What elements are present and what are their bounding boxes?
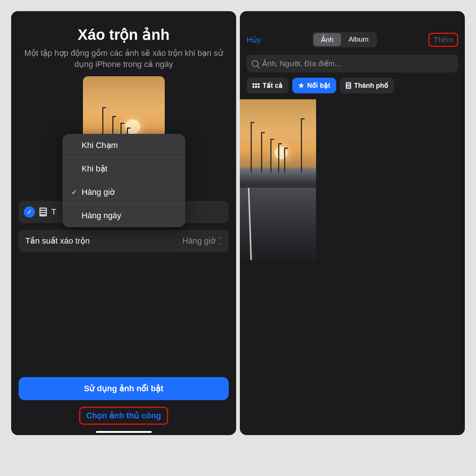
shuffle-frequency-row[interactable]: Tần suất xáo trộn Hàng giờ ⌃⌄ (19, 230, 229, 252)
star-icon: ★ (298, 81, 304, 90)
shuffle-frequency-popover: Khi Chạm Khi bật ✓ Hàng giờ Hàng ngày (62, 134, 185, 227)
chip-label: Thành phố (354, 81, 388, 90)
photo-thumbnail[interactable] (240, 99, 316, 260)
segmented-control: Ảnh Album (312, 32, 377, 47)
selected-check-icon: ✓ (24, 206, 35, 218)
building-icon (39, 208, 47, 216)
preview-wrap: Khi Chạm Khi bật ✓ Hàng giờ Hàng ngày (19, 76, 229, 190)
chip-featured[interactable]: ★ Nổi bật (292, 78, 336, 93)
cancel-button[interactable]: Hủy (247, 35, 261, 44)
grid-icon (253, 83, 260, 88)
phone-right: Hủy Ảnh Album Thêm Ảnh, Người, Địa điểm.… (240, 11, 465, 435)
chip-all[interactable]: Tất cả (247, 78, 289, 93)
chip-label: Nổi bật (307, 81, 330, 90)
segment-albums[interactable]: Album (341, 33, 376, 46)
filter-chips: Tất cả ★ Nổi bật Thành phố (240, 78, 465, 99)
popover-item-daily[interactable]: Hàng ngày (62, 204, 185, 227)
popover-item-label: Hàng ngày (82, 211, 121, 221)
home-indicator (96, 431, 152, 433)
search-icon (252, 60, 258, 67)
popover-item-hourly[interactable]: ✓ Hàng giờ (62, 181, 185, 204)
popover-item-on-tap[interactable]: Khi Chạm (62, 134, 185, 157)
search-placeholder: Ảnh, Người, Địa điểm... (262, 59, 341, 68)
checkmark-icon: ✓ (71, 188, 78, 196)
updown-chevron-icon: ⌃⌄ (218, 238, 222, 244)
row-label: Tần suất xáo trộn (25, 236, 90, 246)
phone-left: Xáo trộn ảnh Một tập hợp động gồm các ản… (11, 11, 236, 435)
category-label-partial: T (51, 207, 56, 217)
chip-city[interactable]: Thành phố (340, 78, 394, 93)
popover-item-label: Khi Chạm (82, 141, 118, 150)
popover-item-label: Hàng giờ (82, 187, 115, 197)
page-title: Xáo trộn ảnh (19, 26, 229, 43)
page-subtitle: Một tập hợp động gồm các ảnh sẽ xáo trộn… (19, 48, 229, 70)
chip-label: Tất cả (263, 81, 283, 90)
use-featured-photos-button[interactable]: Sử dụng ảnh nổi bật (19, 377, 229, 400)
building-icon (346, 82, 351, 89)
photo-grid (240, 99, 465, 260)
segment-photos[interactable]: Ảnh (313, 33, 341, 46)
add-button[interactable]: Thêm (428, 33, 458, 47)
choose-photos-manually-link[interactable]: Chọn ảnh thủ công (79, 407, 168, 425)
popover-item-label: Khi bật (82, 164, 107, 174)
row-value: Hàng giờ (182, 236, 215, 246)
search-input[interactable]: Ảnh, Người, Địa điểm... (247, 55, 458, 73)
popover-item-on-wake[interactable]: Khi bật (62, 157, 185, 181)
